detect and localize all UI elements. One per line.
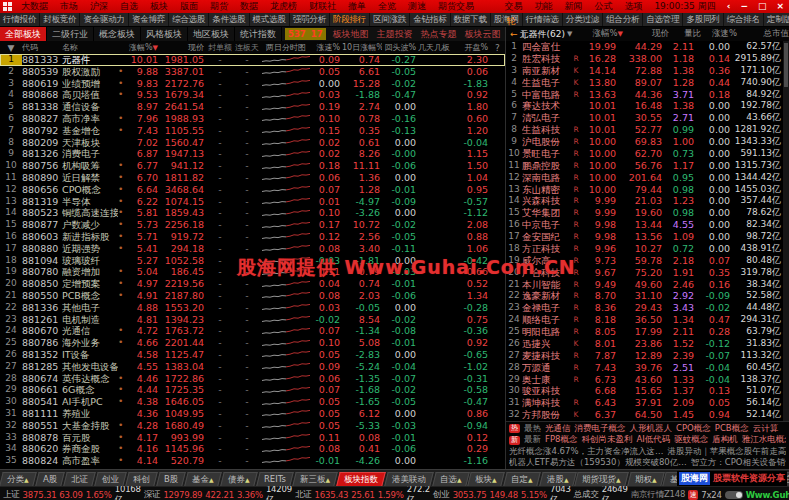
stock-row[interactable]: 28万源通R7.4339.762.51-0.0460.45亿: [506, 362, 784, 374]
sector-row[interactable]: 17880880近期强势•5.41294.18--0.083.40-0.111.…: [0, 243, 505, 255]
news-headline[interactable]: 港股异动｜苹果概念股午前走高 四季度…: [668, 446, 786, 458]
column-header-现价[interactable]: 现价: [160, 42, 206, 53]
sector-row[interactable]: 10880756机构吸筹•6.77941.12--0.1811.11-0.061…: [0, 160, 505, 172]
stock-row[interactable]: 32方邦股份K6.3764.501.450.9452.14亿: [506, 409, 784, 421]
scrollbar-thumb[interactable]: [784, 43, 788, 87]
column-header-代码[interactable]: 代码: [22, 42, 62, 53]
menu-item-市场[interactable]: 市场: [54, 0, 84, 13]
stock-row[interactable]: 26迅捷兴K8.0123.861.52-0.1231.83亿: [506, 338, 784, 350]
sector-tab-风格板块[interactable]: 风格板块: [141, 27, 188, 41]
news-link[interactable]: 科创尚未盈利: [581, 435, 632, 447]
sector-row[interactable]: 8880209天津板块7.021560.47--0.020.610.00-0.0…: [0, 137, 505, 149]
toolbar-item-行情报价[interactable]: 行情报价: [0, 13, 40, 26]
stock-row[interactable]: 13东山精密R10.0079.440.980.001455.03亿: [506, 184, 784, 196]
column-header-涨速%[interactable]: 涨速%: [312, 42, 342, 53]
stock-row[interactable]: 7清弘电子10.0130.552.710.0043.66亿: [506, 112, 784, 124]
stock-row[interactable]: 31满坤科技R6.4337.912.090.0556.14亿: [506, 397, 784, 409]
sector-row[interactable]: 31881111养殖业4.361049.95--0.056.120.000.86: [0, 408, 505, 420]
menu-item-龙虎榜[interactable]: 龙虎榜: [264, 0, 303, 13]
sector-row[interactable]: 35880824高市盈率•4.14520.79---0.01-4.260.00-…: [0, 455, 505, 467]
column-header-两日分时图[interactable]: 两日分时图: [260, 42, 312, 53]
menu-item-公式[interactable]: 公式: [588, 0, 618, 13]
stock-row[interactable]: 25明阳电路R8.0517.992.110.2863.79亿: [506, 326, 784, 338]
toolbar-item-封板竞价[interactable]: 封板竞价: [40, 13, 80, 26]
menu-item-数据[interactable]: 数据: [234, 0, 264, 13]
column-header-▼[interactable]: ▼: [0, 43, 22, 53]
toolbar-item-分类过滤[interactable]: 分类过滤: [563, 13, 603, 26]
stock-row[interactable]: 22逸豪新材R8.7031.102.92-0.0952.58亿: [506, 290, 784, 302]
market-tab-债券[interactable]: 债券▲: [220, 472, 257, 486]
stock-row[interactable]: 23金禄电子R8.3629.433.43-0.0244.48亿: [506, 302, 784, 314]
toolbar-item-定制版面[interactable]: 定制版面: [764, 13, 789, 26]
stock-row[interactable]: 1四会富仕19.9944.292.110.0062.57亿: [506, 41, 784, 53]
news-link[interactable]: AI低代码: [636, 435, 670, 447]
sector-row[interactable]: 7880792基金增仓•7.431105.55--0.150.35-0.131.…: [0, 125, 505, 137]
market-tab-B股[interactable]: B股: [156, 472, 186, 486]
toolbar-item-强弱分析[interactable]: 强弱分析: [290, 13, 330, 26]
toolbar-item-金钻指标[interactable]: 金钻指标: [410, 13, 450, 26]
sector-row[interactable]: 19880780融资增加•5.04186.45--0.110.79-0.030.…: [0, 266, 505, 278]
market-tab-期货现货[interactable]: 期货现货▲: [574, 472, 628, 486]
help-icon[interactable]: ?: [490, 43, 505, 53]
stock-row[interactable]: 24顺络电子R8.1836.501.340.47294.31亿: [506, 314, 784, 326]
menu-item-板块[interactable]: 板块: [144, 0, 174, 13]
menu-item-交易[interactable]: 交易: [498, 0, 528, 13]
chevron-down-icon[interactable]: ▼: [565, 30, 574, 38]
news-link[interactable]: FP8概念: [545, 435, 577, 447]
toolbar-item-热点专题[interactable]: 热点专题: [417, 27, 461, 41]
toolbar-item-主题投资[interactable]: 主题投资: [373, 27, 417, 41]
chevron-left-icon[interactable]: ‹: [722, 0, 736, 13]
sector-row[interactable]: 21880550PCB概念•4.912187.80--0.082.03-0.06…: [0, 290, 505, 302]
column-header-开盘%[interactable]: 开盘%: [452, 42, 490, 53]
menu-item-选项[interactable]: 选项: [618, 0, 648, 13]
close-button[interactable]: ×: [771, 0, 789, 13]
market-tab-期权[interactable]: 期权▲: [627, 472, 664, 486]
toolbar-item-板块云图[interactable]: 板块云图: [461, 27, 505, 41]
sector-row[interactable]: 23881261电机制造4.811394.23---0.028.54-0.020…: [0, 314, 505, 326]
sector-row[interactable]: 16880603新进指标股•5.71919.72--0.122.56-0.050…: [0, 231, 505, 243]
stock-row[interactable]: 16中京电子R9.9813.444.550.0082.34亿: [506, 219, 784, 231]
sector-row[interactable]: 9881326消费电子6.871947.13--0.028.26-0.001.1…: [0, 148, 505, 160]
stock-row[interactable]: 10景旺电子R10.0062.700.730.00591.13亿: [506, 148, 784, 160]
column-header-10日涨幅%[interactable]: 10日涨幅%: [342, 42, 382, 53]
news-link[interactable]: 雅江水电概念: [742, 435, 786, 447]
toolbar-item-模式选股[interactable]: 模式选股: [250, 13, 290, 26]
column-header-总市值[interactable]: 总市值: [737, 28, 789, 40]
toolbar-item-阶段排行[interactable]: 阶段排行: [330, 13, 370, 26]
stock-row[interactable]: 15艾华集团R9.9919.600.980.0078.62亿: [506, 207, 784, 219]
toolbar-item-资金驱动力[interactable]: 资金驱动力: [80, 13, 129, 26]
column-header-连板天[interactable]: 连板天: [234, 42, 260, 53]
menu-item-自选[interactable]: 自选: [114, 0, 144, 13]
toolbar-item-条件选股[interactable]: 条件选股: [209, 13, 249, 26]
sector-row[interactable]: 2880539股权激励•9.883387.01--0.056.61-0.050.…: [0, 66, 505, 78]
column-header-涨幅%[interactable]: 涨幅%▼: [126, 42, 160, 53]
menu-item-财联社[interactable]: 财联社: [303, 0, 342, 13]
sector-row[interactable]: 13881319半导体•6.221074.15--0.01-4.97-0.09-…: [0, 196, 505, 208]
toolbar-item-区间涨跌[interactable]: 区间涨跌: [370, 13, 410, 26]
market-tab-板块指数[interactable]: 板块指数: [336, 472, 385, 486]
right-scrollbar[interactable]: [783, 41, 789, 421]
toolbar-item-数据下载[interactable]: 数据下载: [451, 13, 491, 26]
search-icon[interactable]: [522, 30, 524, 38]
column-header-封单额[interactable]: 封单额: [206, 42, 234, 53]
sector-row[interactable]: 34880620券商金股•4.161145.96--0.080.41-0.060…: [0, 443, 505, 455]
sector-row[interactable]: 32880551大基金持股•4.281680.49--0.05-5.33-0.0…: [0, 420, 505, 432]
minimize-button[interactable]: −: [735, 0, 753, 13]
news-link[interactable]: 消费电子概念: [575, 423, 626, 435]
sector-row[interactable]: 298806616G概念•4.441725.35--0.07-1.68-0.02…: [0, 384, 505, 396]
news-link[interactable]: 盾构机: [712, 435, 738, 447]
sector-row[interactable]: 6880827高市净率•7.961988.93--0.100.78-0.160.…: [0, 113, 505, 125]
toolbar-item-板块地图[interactable]: 板块地图: [329, 27, 373, 41]
sector-row[interactable]: 26881352IT设备4.581125.47--0.05-2.830.00-0…: [0, 349, 505, 361]
sector-tab-全部板块[interactable]: 全部板块: [0, 27, 47, 41]
column-header-名称[interactable]: 名称: [62, 42, 118, 53]
news-link[interactable]: CPO概念: [676, 423, 711, 435]
column-header-量比[interactable]: 量比: [669, 28, 701, 40]
sector-row[interactable]: 18881094玻璃玻纤5.271052.58---0.03-1.810.00-…: [0, 255, 505, 267]
stock-row[interactable]: 30骏亚科技6.6815.651.370.1351.07亿: [506, 385, 784, 397]
stock-row[interactable]: 18方正科技R9.9610.270.720.00438.91亿: [506, 243, 784, 255]
sector-tab-概念板块[interactable]: 概念板块: [94, 27, 141, 41]
column-header-涨幅%[interactable]: 涨幅%▼: [587, 28, 623, 40]
news-headline[interactable]: 智立方：CPO相关设备销售稳步增长: [691, 458, 786, 470]
stock-row[interactable]: 5中富电路R13.6344.363.710.1884.92亿: [506, 89, 784, 101]
